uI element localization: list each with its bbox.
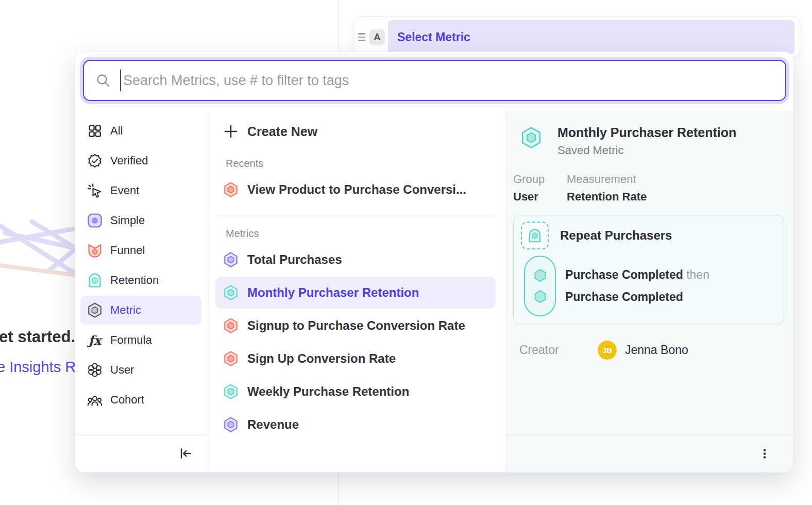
list-divider <box>215 215 496 215</box>
text-cursor <box>120 70 121 91</box>
grid-icon <box>87 123 103 139</box>
drag-handle-icon[interactable] <box>358 33 365 41</box>
sidebar-item-all[interactable]: All <box>80 116 201 145</box>
sidebar-item-retention[interactable]: Retention <box>80 266 201 295</box>
metric-picker-modal: Search Metrics, use # to filter to tags … <box>75 52 793 473</box>
simple-metric-icon <box>87 212 103 229</box>
funnel-metric-hexagon-icon <box>223 181 239 198</box>
cohort-icon <box>87 392 103 408</box>
retention-metric-hexagon-icon <box>223 284 239 301</box>
definition-step: Purchase Completed then <box>565 268 709 282</box>
collapse-left-icon[interactable] <box>178 446 193 461</box>
funnel-metric-hexagon-icon <box>223 350 239 367</box>
cursor-click-icon <box>87 182 103 199</box>
sidebar-item-metric[interactable]: Metric <box>80 296 201 325</box>
series-a-badge: A <box>369 29 385 45</box>
recents-section-label: Recents <box>226 158 506 170</box>
sidebar-item-label: Formula <box>110 333 152 347</box>
retention-metric-hexagon-icon <box>223 383 239 400</box>
sidebar-item-label: Metric <box>110 304 141 317</box>
background-link-fragment[interactable]: e Insights Re <box>0 359 84 376</box>
search-input[interactable]: Search Metrics, use # to filter to tags <box>83 60 786 101</box>
simple-metric-hexagon-icon <box>223 251 239 268</box>
sidebar-footer <box>75 434 207 472</box>
metric-hexagon-icon <box>87 302 103 318</box>
create-new-label: Create New <box>247 124 317 139</box>
sidebar-item-label: User <box>110 363 134 377</box>
detail-title: Monthly Purchaser Retention <box>557 125 736 141</box>
definition-name: Repeat Purchasers <box>560 228 672 243</box>
list-item-sign-up-conversion-rate[interactable]: Sign Up Conversion Rate <box>215 343 496 375</box>
sidebar-item-event[interactable]: Event <box>80 176 201 205</box>
sidebar-item-label: Retention <box>110 274 159 287</box>
create-new-button[interactable]: Create New <box>215 117 496 145</box>
category-sidebar: All Verified <box>75 111 207 472</box>
event-hexagon-icon <box>533 290 547 304</box>
background-heading-fragment: et started. <box>0 328 75 346</box>
sidebar-item-cohort[interactable]: Cohort <box>80 385 201 414</box>
list-item-label: Sign Up Conversion Rate <box>247 351 396 366</box>
sidebar-item-label: Verified <box>110 154 148 167</box>
verified-badge-icon <box>87 153 103 169</box>
detail-subtitle: Saved Metric <box>557 144 736 157</box>
sidebar-item-user[interactable]: User <box>80 356 201 384</box>
search-icon <box>95 73 111 88</box>
plus-icon <box>223 123 239 140</box>
list-item-signup-to-purchase-conversion-rate[interactable]: Signup to Purchase Conversion Rate <box>215 310 496 342</box>
creator-avatar: JB <box>598 341 617 360</box>
metric-detail-panel: Monthly Purchaser Retention Saved Metric… <box>506 111 793 472</box>
sidebar-item-label: Cohort <box>110 393 144 407</box>
meta-label-measurement: Measurement <box>567 173 647 186</box>
select-metric-label: Select Metric <box>397 30 470 44</box>
funnel-icon <box>87 242 103 259</box>
creator-name: Jenna Bono <box>625 343 688 357</box>
meta-value-group: User <box>513 190 553 204</box>
retention-definition-icon <box>521 222 549 249</box>
step-connector: then <box>686 268 709 281</box>
sidebar-item-label: All <box>110 124 123 138</box>
creator-label: Creator <box>519 343 598 357</box>
creator-row: Creator JB Jenna Bono <box>519 341 783 360</box>
retention-icon <box>87 272 103 289</box>
detail-footer <box>506 434 793 472</box>
meta-label-group: Group <box>513 173 553 186</box>
detail-meta: Group User Measurement Retention Rate <box>513 173 783 204</box>
definition-step: Purchase Completed <box>565 290 709 304</box>
formula-icon: ƒx <box>87 332 103 348</box>
definition-card: Repeat Purchasers Purchase Completed <box>513 215 784 325</box>
kebab-menu-icon[interactable] <box>757 445 772 462</box>
simple-metric-hexagon-icon <box>223 416 239 433</box>
sidebar-item-funnel[interactable]: Funnel <box>80 236 201 265</box>
sidebar-item-formula[interactable]: ƒx Formula <box>80 326 201 355</box>
funnel-metric-hexagon-icon <box>223 317 239 334</box>
search-placeholder: Search Metrics, use # to filter to tags <box>123 73 349 89</box>
list-item-label: Total Purchases <box>247 252 342 267</box>
list-item-label: Signup to Purchase Conversion Rate <box>247 318 465 333</box>
sidebar-item-simple[interactable]: Simple <box>80 206 201 235</box>
select-metric-button[interactable]: Select Metric <box>388 20 794 54</box>
metric-list: Create New Recents View Product to Purch… <box>207 111 506 472</box>
list-item-recent[interactable]: View Product to Purchase Conversi... <box>215 174 496 206</box>
user-cluster-icon <box>87 362 103 378</box>
metrics-section-label: Metrics <box>226 228 506 240</box>
sidebar-item-label: Event <box>110 184 139 197</box>
list-item-label: Revenue <box>247 417 299 432</box>
list-item-label: View Product to Purchase Conversi... <box>247 182 466 197</box>
sidebar-item-label: Funnel <box>110 244 145 257</box>
list-item-label: Weekly Purchase Retention <box>247 384 409 399</box>
list-item-weekly-purchase-retention[interactable]: Weekly Purchase Retention <box>215 376 496 408</box>
list-item-monthly-purchaser-retention[interactable]: Monthly Purchaser Retention <box>215 277 496 309</box>
list-item-total-purchases[interactable]: Total Purchases <box>215 244 496 276</box>
retention-metric-hexagon-icon <box>519 126 543 149</box>
list-item-label: Monthly Purchaser Retention <box>247 285 419 300</box>
sidebar-item-label: Simple <box>110 214 145 227</box>
event-sequence-capsule <box>524 256 556 316</box>
meta-value-measurement: Retention Rate <box>567 190 647 204</box>
list-item-revenue[interactable]: Revenue <box>215 409 496 441</box>
event-hexagon-icon <box>533 268 547 282</box>
sidebar-item-verified[interactable]: Verified <box>80 146 201 175</box>
